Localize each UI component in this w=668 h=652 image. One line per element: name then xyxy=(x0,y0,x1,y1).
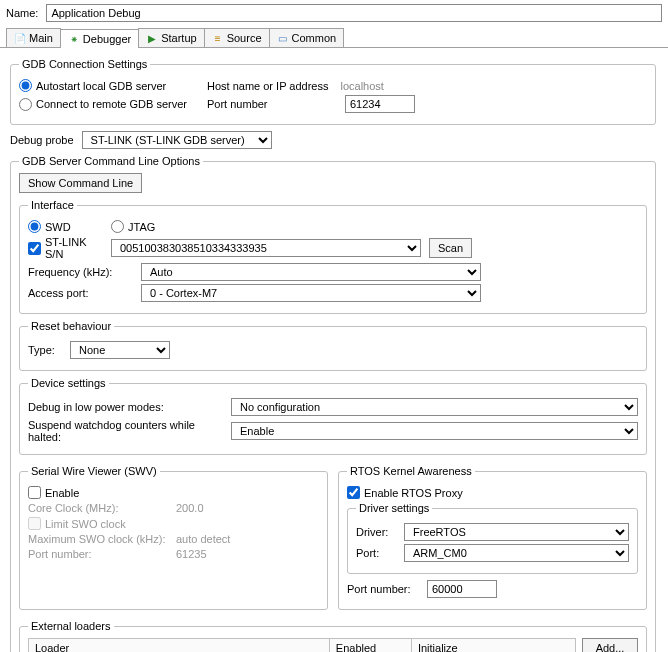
reset-group: Reset behaviour Type: None xyxy=(19,320,647,371)
add-button[interactable]: Add... xyxy=(582,638,638,652)
driver-settings-group: Driver settings Driver: FreeRTOS Port: A… xyxy=(347,502,638,574)
scan-button[interactable]: Scan xyxy=(429,238,472,258)
swv-enable-label: Enable xyxy=(45,487,79,499)
main-tab-icon: 📄 xyxy=(14,32,26,44)
driver-settings-legend: Driver settings xyxy=(356,502,432,514)
col-initialize[interactable]: Initialize xyxy=(411,639,575,653)
tab-startup[interactable]: ▶ Startup xyxy=(138,28,204,47)
col-enabled[interactable]: Enabled xyxy=(329,639,411,653)
tab-source[interactable]: ≡ Source xyxy=(204,28,270,47)
stlink-sn-label: ST-LINK S/N xyxy=(45,236,103,260)
low-power-label: Debug in low power modes: xyxy=(28,401,223,413)
loader-table: Loader Enabled Initialize xyxy=(28,638,576,652)
suspend-label: Suspend watchdog counters while halted: xyxy=(28,419,223,443)
low-power-select[interactable]: No configuration xyxy=(231,398,638,416)
rtos-portnum-label: Port number: xyxy=(347,583,419,595)
swd-radio[interactable] xyxy=(28,220,41,233)
swd-label: SWD xyxy=(45,221,71,233)
autostart-label: Autostart local GDB server xyxy=(36,80,166,92)
swv-group: Serial Wire Viewer (SWV) Enable Core Clo… xyxy=(19,465,328,610)
reset-legend: Reset behaviour xyxy=(28,320,114,332)
max-swo-label: Maximum SWO clock (kHz): xyxy=(28,533,168,545)
portnum-label: Port number xyxy=(207,98,337,110)
tab-common[interactable]: ▭ Common xyxy=(269,28,345,47)
reset-type-label: Type: xyxy=(28,344,62,356)
suspend-select[interactable]: Enable xyxy=(231,422,638,440)
jtag-label: JTAG xyxy=(128,221,155,233)
limit-swo-check xyxy=(28,517,41,530)
max-swo-value: auto detect xyxy=(176,533,230,545)
play-icon: ▶ xyxy=(146,32,158,44)
gdb-server-group: GDB Server Command Line Options Show Com… xyxy=(10,155,656,652)
debug-probe-label: Debug probe xyxy=(10,134,74,146)
remote-label: Connect to remote GDB server xyxy=(36,98,187,110)
bug-icon: ⁕ xyxy=(68,33,80,45)
gdb-server-legend: GDB Server Command Line Options xyxy=(19,155,203,167)
tab-main-label: Main xyxy=(29,32,53,44)
access-label: Access port: xyxy=(28,287,133,299)
swv-port-label: Port number: xyxy=(28,548,168,560)
driver-label: Driver: xyxy=(356,526,396,538)
name-input[interactable] xyxy=(46,4,662,22)
driver-select[interactable]: FreeRTOS xyxy=(404,523,629,541)
autostart-radio[interactable] xyxy=(19,79,32,92)
debug-probe-select[interactable]: ST-LINK (ST-LINK GDB server) xyxy=(82,131,272,149)
device-legend: Device settings xyxy=(28,377,109,389)
stlink-sn-select[interactable]: 005100383038510334333935 xyxy=(111,239,421,257)
access-select[interactable]: 0 - Cortex-M7 xyxy=(141,284,481,302)
col-loader[interactable]: Loader xyxy=(29,639,330,653)
reset-type-select[interactable]: None xyxy=(70,341,170,359)
external-loaders-group: External loaders Loader Enabled Initiali… xyxy=(19,620,647,652)
tab-debugger-label: Debugger xyxy=(83,33,131,45)
core-clock-label: Core Clock (MHz): xyxy=(28,502,168,514)
freq-label: Frequency (kHz): xyxy=(28,266,133,278)
limit-swo-label: Limit SWO clock xyxy=(45,518,126,530)
freq-select[interactable]: Auto xyxy=(141,263,481,281)
tab-debugger[interactable]: ⁕ Debugger xyxy=(60,29,139,48)
core-clock-value: 200.0 xyxy=(176,502,204,514)
name-label: Name: xyxy=(6,7,38,19)
gdb-port-input[interactable] xyxy=(345,95,415,113)
interface-legend: Interface xyxy=(28,199,77,211)
rtos-portnum-input[interactable] xyxy=(427,580,497,598)
tab-common-label: Common xyxy=(292,32,337,44)
host-value: localhost xyxy=(340,80,383,92)
source-icon: ≡ xyxy=(212,32,224,44)
device-group: Device settings Debug in low power modes… xyxy=(19,377,647,455)
tab-startup-label: Startup xyxy=(161,32,196,44)
tabs-bar: 📄 Main ⁕ Debugger ▶ Startup ≡ Source ▭ C… xyxy=(0,28,668,48)
tab-source-label: Source xyxy=(227,32,262,44)
rtos-legend: RTOS Kernel Awareness xyxy=(347,465,475,477)
rtos-group: RTOS Kernel Awareness Enable RTOS Proxy … xyxy=(338,465,647,610)
rtos-port-label: Port: xyxy=(356,547,396,559)
rtos-enable-label: Enable RTOS Proxy xyxy=(364,487,463,499)
tab-main[interactable]: 📄 Main xyxy=(6,28,61,47)
remote-radio[interactable] xyxy=(19,98,32,111)
swv-enable-check[interactable] xyxy=(28,486,41,499)
gdb-connection-group: GDB Connection Settings Autostart local … xyxy=(10,58,656,125)
swv-port-value: 61235 xyxy=(176,548,207,560)
rtos-enable-check[interactable] xyxy=(347,486,360,499)
gdb-connection-legend: GDB Connection Settings xyxy=(19,58,150,70)
external-loaders-legend: External loaders xyxy=(28,620,114,632)
jtag-radio[interactable] xyxy=(111,220,124,233)
rtos-port-select[interactable]: ARM_CM0 xyxy=(404,544,629,562)
common-icon: ▭ xyxy=(277,32,289,44)
host-label: Host name or IP address xyxy=(207,80,328,92)
show-cmd-button[interactable]: Show Command Line xyxy=(19,173,142,193)
interface-group: Interface SWD JTAG ST-LINK S/N 005100383… xyxy=(19,199,647,314)
stlink-sn-check[interactable] xyxy=(28,242,41,255)
swv-legend: Serial Wire Viewer (SWV) xyxy=(28,465,160,477)
